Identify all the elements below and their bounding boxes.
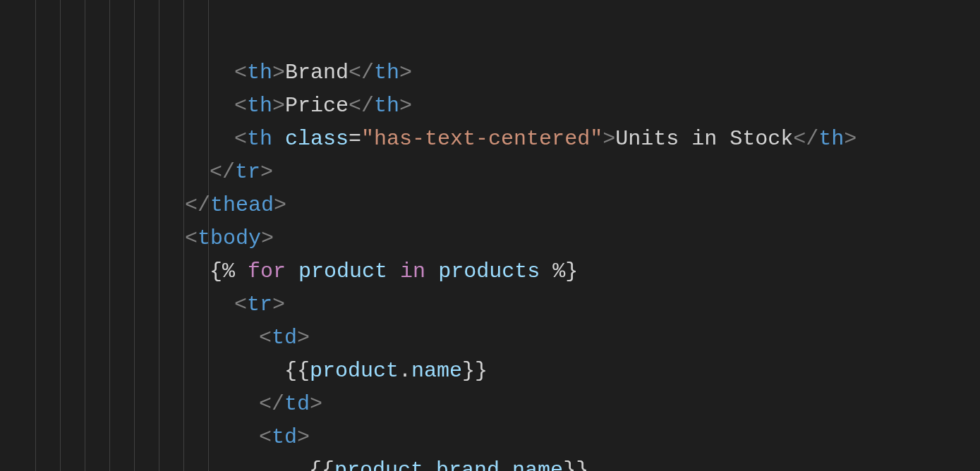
code-line[interactable]: {% for product in products %}: [7, 255, 980, 288]
token-var: product: [334, 458, 423, 471]
token-delim: {{: [259, 359, 310, 383]
token-brk: >: [310, 392, 322, 416]
token-txt: =: [349, 127, 361, 151]
token-tag: td: [284, 392, 310, 416]
token-var: products: [438, 259, 540, 283]
token-brk: >: [399, 94, 412, 118]
code-line[interactable]: <th class="has-text-centered">Units in S…: [7, 123, 980, 156]
token-tag: td: [272, 326, 297, 350]
token-brk: >: [272, 293, 285, 317]
token-txt: [286, 259, 298, 283]
token-brk: <: [234, 94, 247, 118]
token-delim: {%: [210, 259, 248, 283]
token-op: .: [423, 458, 436, 471]
code-line[interactable]: </thead>: [7, 189, 980, 222]
code-line[interactable]: <tbody>: [7, 222, 980, 255]
gutter: [0, 0, 7, 471]
code-line[interactable]: </tr>: [7, 156, 980, 189]
token-txt: Units in Stock: [615, 127, 793, 151]
token-brk: <: [234, 293, 247, 317]
code-line[interactable]: {{product.brand.name}}: [7, 454, 980, 471]
token-brk: >: [844, 127, 857, 151]
token-tag: th: [247, 94, 272, 118]
token-txt: Price: [285, 94, 349, 118]
code-line[interactable]: <th>Price</th>: [7, 90, 980, 123]
token-delim: {{: [309, 458, 334, 471]
token-str: "has-text-centered": [361, 127, 603, 151]
token-brk: </: [185, 193, 210, 217]
token-brk: >: [297, 425, 310, 449]
token-brk: <: [259, 326, 272, 350]
token-attr: class: [285, 127, 349, 151]
token-var: name: [411, 359, 462, 383]
token-op: .: [500, 458, 512, 471]
token-delim: }}: [563, 458, 588, 471]
token-tag: th: [818, 127, 844, 151]
token-tag: tr: [247, 293, 272, 317]
token-var: name: [512, 458, 563, 471]
token-tag: tbody: [198, 226, 261, 250]
token-txt: [387, 259, 400, 283]
code-lines[interactable]: <th>Brand</th><th>Price</th><th class="h…: [7, 56, 980, 471]
token-brk: </: [259, 392, 284, 416]
token-brk: <: [234, 127, 247, 151]
code-line[interactable]: <tr>: [7, 288, 980, 322]
token-brk: </: [349, 94, 374, 118]
token-op: .: [399, 359, 411, 383]
token-brk: <: [234, 61, 247, 85]
token-brk: >: [399, 61, 412, 85]
token-delim: %}: [540, 259, 578, 283]
code-line[interactable]: </td>: [7, 388, 980, 421]
token-var: product: [310, 359, 399, 383]
token-tag: th: [247, 61, 272, 85]
token-var: brand: [436, 458, 500, 471]
token-brk: >: [274, 193, 286, 217]
token-brk: >: [261, 226, 274, 250]
token-delim: }}: [462, 359, 488, 383]
token-brk: <: [259, 425, 272, 449]
token-txt: [272, 127, 285, 151]
token-var: product: [298, 259, 387, 283]
token-txt: [284, 458, 309, 471]
code-line[interactable]: {{product.name}}: [7, 355, 980, 388]
token-brk: >: [260, 160, 273, 184]
code-line[interactable]: <td>: [7, 421, 980, 454]
token-brk: >: [272, 94, 285, 118]
token-kw: in: [400, 259, 425, 283]
code-area[interactable]: <th>Brand</th><th>Price</th><th class="h…: [7, 0, 980, 471]
token-brk: <: [185, 226, 198, 250]
token-tag: th: [374, 61, 399, 85]
token-brk: </: [210, 160, 235, 184]
token-tag: tr: [235, 160, 260, 184]
token-tag: th: [374, 94, 399, 118]
token-tag: th: [247, 127, 272, 151]
token-kw: for: [248, 259, 286, 283]
token-tag: thead: [210, 193, 274, 217]
token-tag: td: [272, 425, 297, 449]
token-brk: </: [349, 61, 374, 85]
code-line[interactable]: <th>Brand</th>: [7, 56, 980, 90]
token-brk: </: [793, 127, 818, 151]
token-brk: >: [297, 326, 310, 350]
code-line[interactable]: <td>: [7, 322, 980, 355]
token-txt: Brand: [285, 61, 349, 85]
code-editor[interactable]: <th>Brand</th><th>Price</th><th class="h…: [0, 0, 980, 471]
token-txt: [425, 259, 438, 283]
token-brk: >: [603, 127, 615, 151]
token-brk: >: [272, 61, 285, 85]
